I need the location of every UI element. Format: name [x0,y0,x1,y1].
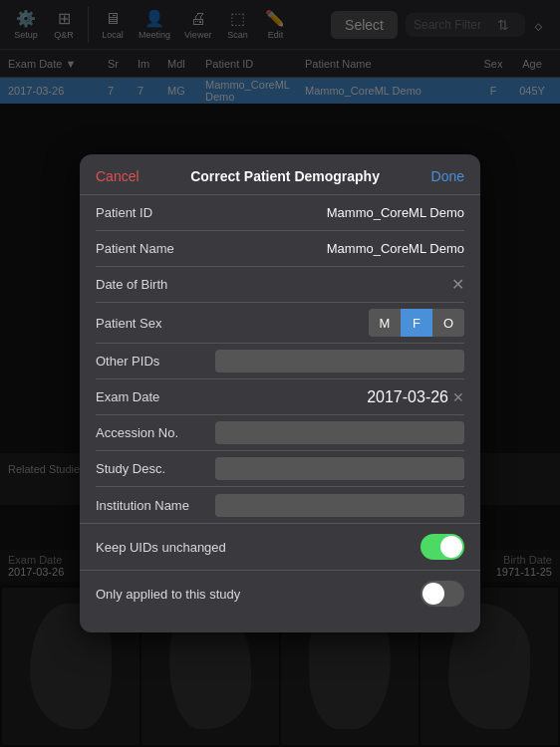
other-pids-input[interactable] [215,350,464,373]
sex-male-button[interactable]: M [369,309,401,337]
keep-uids-toggle[interactable] [420,534,464,560]
keep-uids-label: Keep UIDs unchanged [96,540,420,555]
keep-uids-row: Keep UIDs unchanged [80,524,480,571]
dialog-body: Patient ID Mammo_CoreML Demo Patient Nam… [80,195,480,523]
institution-name-input[interactable] [215,494,464,517]
dialog-title: Correct Patient Demography [190,168,380,184]
date-of-birth-label: Date of Birth [96,277,215,292]
institution-name-label: Institution Name [96,498,215,513]
exam-date-field-label: Exam Date [96,389,215,404]
other-pids-row: Other PIDs [96,344,464,379]
study-desc-label: Study Desc. [96,461,215,476]
exam-date-val-group: 2017-03-26 ✕ [367,388,464,406]
exam-date-row: Exam Date 2017-03-26 ✕ [96,379,464,415]
sex-toggle: M F O [369,309,464,337]
only-this-study-label: Only applied to this study [96,587,420,602]
done-button[interactable]: Done [431,168,464,184]
only-this-study-toggle[interactable] [420,581,464,607]
exam-date-field-value: 2017-03-26 [367,388,448,406]
dialog-header: Cancel Correct Patient Demography Done [80,154,480,195]
date-of-birth-clear-button[interactable]: ✕ [451,275,464,294]
patient-name-row: Patient Name Mammo_CoreML Demo [96,231,464,267]
institution-name-row: Institution Name [96,487,464,523]
patient-id-row: Patient ID Mammo_CoreML Demo [96,195,464,231]
accession-no-input[interactable] [215,421,464,444]
keep-uids-knob [440,536,462,558]
patient-name-label: Patient Name [96,241,215,256]
cancel-button[interactable]: Cancel [96,168,140,184]
patient-name-value: Mammo_CoreML Demo [215,241,464,256]
exam-date-clear-button[interactable]: ✕ [452,389,464,405]
patient-id-label: Patient ID [96,205,215,220]
other-pids-label: Other PIDs [96,354,215,369]
correct-patient-demography-dialog: Cancel Correct Patient Demography Done P… [80,154,480,632]
patient-id-value: Mammo_CoreML Demo [215,205,464,220]
patient-sex-label: Patient Sex [96,316,215,331]
date-of-birth-row: Date of Birth ✕ [96,267,464,303]
study-desc-row: Study Desc. [96,451,464,487]
accession-no-row: Accession No. [96,415,464,451]
sex-other-button[interactable]: O [432,309,464,337]
sex-female-button[interactable]: F [401,309,432,337]
accession-no-label: Accession No. [96,425,215,440]
only-this-study-row: Only applied to this study [80,571,480,617]
only-this-study-knob [422,583,444,605]
study-desc-input[interactable] [215,457,464,480]
patient-sex-row: Patient Sex M F O [96,303,464,344]
